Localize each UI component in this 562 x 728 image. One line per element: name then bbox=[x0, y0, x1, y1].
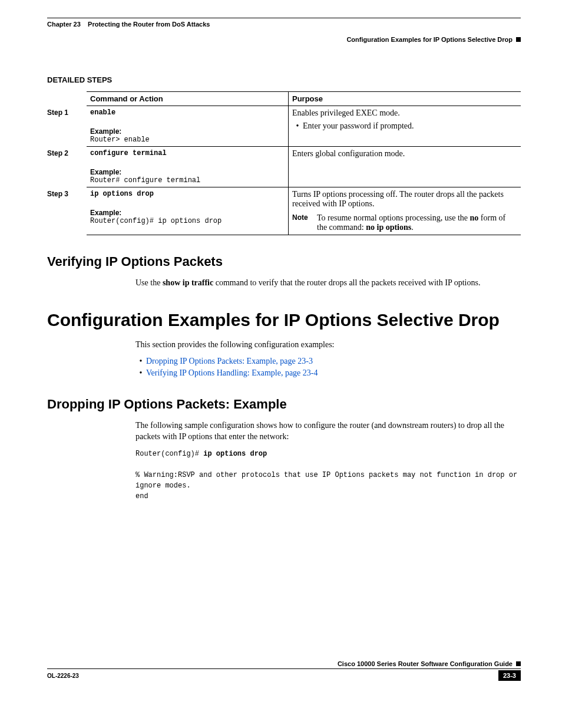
step-label: Step 3 bbox=[47, 187, 87, 235]
step-label: Step 2 bbox=[47, 147, 87, 187]
table-header-purpose: Purpose bbox=[289, 92, 521, 106]
detailed-steps-table: Command or Action Purpose Step 1 enable … bbox=[47, 91, 521, 235]
verify-paragraph: Use the show ip traffic command to verif… bbox=[135, 278, 521, 289]
command-text: configure terminal bbox=[90, 149, 285, 157]
step-label: Step 1 bbox=[47, 106, 87, 147]
chapter-header-left: Chapter 23 Protecting the Router from Do… bbox=[47, 21, 210, 28]
example-label: Example: bbox=[90, 127, 285, 136]
table-header-command: Command or Action bbox=[87, 92, 289, 106]
command-text: ip options drop bbox=[90, 190, 285, 198]
purpose-text: Enables privileged EXEC mode. bbox=[292, 108, 517, 118]
chapter-header-right: Configuration Examples for IP Options Se… bbox=[346, 36, 513, 43]
dropping-heading: Dropping IP Options Packets: Example bbox=[47, 397, 521, 412]
bullet-icon: • bbox=[135, 368, 146, 378]
dropping-paragraph: The following sample configuration shows… bbox=[135, 420, 521, 443]
detailed-steps-heading: DETAILED STEPS bbox=[47, 75, 521, 84]
example-code: Router# configure terminal bbox=[90, 176, 285, 185]
example-label: Example: bbox=[90, 209, 285, 217]
bullet-icon: • bbox=[135, 357, 146, 366]
config-intro-paragraph: This section provides the following conf… bbox=[135, 340, 521, 351]
example-label: Example: bbox=[90, 168, 285, 176]
link-dropping-example[interactable]: Dropping IP Options Packets: Example, pa… bbox=[146, 357, 313, 366]
footer-guide-title: Cisco 10000 Series Router Software Confi… bbox=[338, 660, 513, 667]
verify-heading: Verifying IP Options Packets bbox=[47, 254, 521, 269]
link-verifying-example[interactable]: Verifying IP Options Handling: Example, … bbox=[146, 368, 318, 378]
code-example: Router(config)# ip options drop % Warnin… bbox=[135, 449, 521, 502]
bullet-icon: • bbox=[292, 121, 303, 131]
note-label: Note bbox=[292, 213, 317, 232]
purpose-bullet: Enter your password if prompted. bbox=[303, 121, 414, 131]
purpose-text: Enters global configuration mode. bbox=[292, 149, 517, 159]
purpose-text: Turns IP options processing off. The rou… bbox=[292, 190, 517, 209]
note-text: To resume normal options processing, use… bbox=[317, 213, 517, 232]
example-code: Router(config)# ip options drop bbox=[90, 217, 285, 225]
header-square-icon bbox=[516, 37, 521, 42]
footer-square-icon bbox=[516, 661, 521, 666]
example-code: Router> enable bbox=[90, 136, 285, 144]
footer-doc-id: OL-2226-23 bbox=[47, 673, 79, 679]
page-number: 23-3 bbox=[498, 670, 521, 681]
config-examples-heading: Configuration Examples for IP Options Se… bbox=[47, 310, 521, 330]
command-text: enable bbox=[90, 108, 285, 117]
